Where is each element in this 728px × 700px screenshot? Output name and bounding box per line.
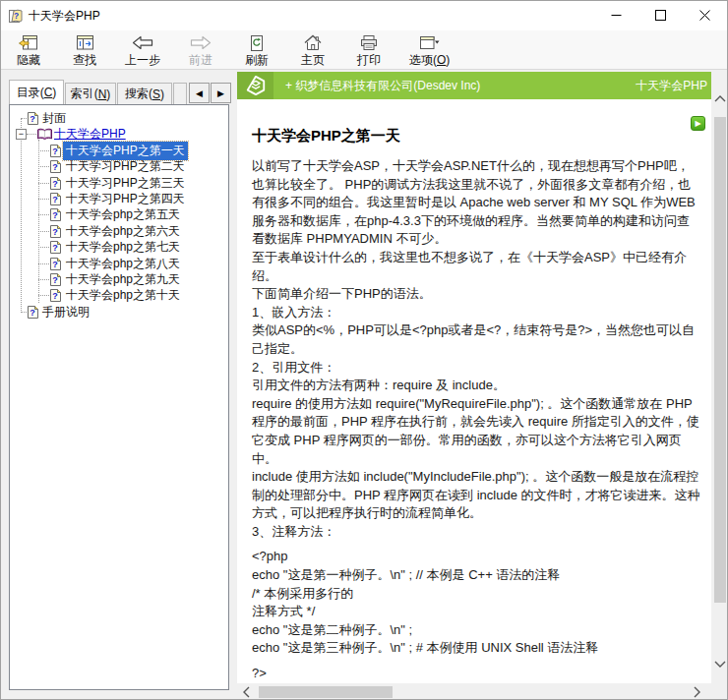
help-topic-icon: ? — [27, 305, 39, 322]
svg-text:?: ? — [52, 179, 58, 189]
maximize-button[interactable] — [638, 1, 683, 29]
tree-item-label[interactable]: 手册说明 — [39, 303, 92, 321]
tree-connector-stub — [27, 134, 36, 135]
toolbar: 隐藏查找上一步前进刷新主页打印选项(O) — [1, 30, 727, 70]
tree-connector-stub — [38, 199, 49, 200]
forward-button: 前进 — [179, 33, 222, 69]
document-text-line: /* 本例采用多行的 — [252, 585, 701, 604]
document-text-line: 2、引用文件： — [252, 359, 701, 378]
tree-connector-stub — [38, 279, 49, 280]
tab-索引(N)[interactable]: 索引(N) — [65, 83, 116, 104]
tab-partial[interactable] — [173, 83, 187, 104]
forward-arrow-icon — [190, 33, 212, 52]
toolbar-button-label: 刷新 — [245, 52, 269, 69]
print-button[interactable]: 打印 — [347, 33, 391, 69]
refresh-page-icon — [249, 33, 265, 52]
tree-connector-stub — [38, 247, 49, 248]
toolbar-button-label: 打印 — [357, 52, 381, 69]
play-button[interactable]: ▶ — [691, 116, 705, 131]
document-text-line: ?> — [252, 665, 701, 683]
document-body: 十天学会PHP之第一天 以前写了十天学会ASP，十天学会ASP.NET什么的，现… — [237, 99, 711, 683]
toolbar-button-label: 选项(O) — [409, 52, 450, 69]
document-text-line: include 使用方法如 include("MyIncludeFile.php… — [252, 468, 701, 523]
contents-tree-panel: ?封面−十天学会PHP?十天学会PHP之第一天?十天学习PHP之第二天?十天学习… — [9, 104, 229, 690]
tree-connector-stub — [38, 295, 49, 296]
vertical-scrollbar[interactable] — [711, 72, 728, 683]
horizontal-scroll-thumb[interactable] — [259, 686, 393, 698]
banner-book-title: 十天学会PHP — [636, 78, 707, 94]
toolbar-button-label: 隐藏 — [17, 52, 40, 69]
caption-buttons — [594, 1, 727, 29]
banner-company-text: + 织梦信息科技有限公司(Desdev Inc) — [285, 78, 480, 94]
tab-搜索(S)[interactable]: 搜索(S) — [117, 83, 172, 104]
home-button[interactable]: 主页 — [291, 33, 334, 69]
toolbar-button-label: 前进 — [189, 52, 212, 69]
options-window-icon — [419, 33, 440, 52]
scroll-right-icon[interactable] — [692, 686, 701, 700]
home-icon — [303, 33, 323, 52]
document-text-line: 下面简单介绍一下PHP的语法。 — [252, 285, 701, 304]
scroll-down-icon[interactable] — [714, 658, 726, 671]
document-text-line: require 的使用方法如 require("MyRequireFile.ph… — [252, 395, 701, 468]
toolbar-button-label: 主页 — [301, 52, 325, 69]
svg-text:?: ? — [52, 162, 58, 172]
back-button[interactable]: 上一步 — [119, 33, 166, 69]
tree-item[interactable]: ?手册说明 — [10, 304, 228, 321]
tree-connector-stub — [38, 183, 49, 184]
tab-scroll-right-button[interactable]: ▶ — [211, 83, 231, 103]
document-text-line: echo "这是第三种例子。\n" ; # 本例使用 UNIX Shell 语法… — [252, 639, 701, 658]
minimize-button[interactable] — [594, 1, 638, 29]
document-text-line: 1、嵌入方法： — [252, 304, 701, 322]
locate-icon — [75, 33, 95, 52]
document-text-line: 类似ASP的<%，PHP可以是<?php或者是<?，结束符号是?>，当然您也可以… — [252, 321, 701, 358]
locate-button[interactable]: 查找 — [63, 33, 106, 69]
back-arrow-icon — [132, 33, 153, 52]
tree-connector-stub — [38, 150, 49, 151]
document-text-line: 至于表单设计什么的，我这里也不想多说了，在《十天学会ASP》中已经有介绍。 — [252, 249, 701, 285]
svg-text:?: ? — [52, 260, 58, 269]
svg-text:?: ? — [52, 195, 58, 204]
tab-目录(C)[interactable]: 目录(C) — [9, 80, 64, 104]
svg-text:?: ? — [52, 227, 58, 237]
toolbar-button-label: 查找 — [73, 52, 96, 69]
svg-text:?: ? — [52, 292, 58, 302]
scroll-up-icon[interactable] — [714, 93, 726, 107]
svg-text:?: ? — [14, 11, 19, 21]
refresh-button[interactable]: 刷新 — [235, 33, 278, 69]
svg-text:?: ? — [30, 308, 35, 318]
tree-connector-stub — [38, 166, 49, 167]
svg-text:?: ? — [52, 243, 58, 253]
hide-panel-icon — [19, 33, 39, 52]
titlebar: ? 十天学会PHP — [1, 1, 727, 30]
help-book-icon: ? — [8, 8, 24, 24]
help-viewer-window: ? 十天学会PHP 隐藏查找上一步前进刷新主页打印选项(O) ◀ ▶ 目录(C)… — [0, 0, 728, 700]
collapse-expander-icon[interactable]: − — [16, 129, 27, 140]
document-text-line: <?php — [252, 548, 701, 566]
topic-content-area: + 织梦信息科技有限公司(Desdev Inc) 十天学会PHP ▶ 十天学会P… — [237, 72, 728, 700]
svg-text:?: ? — [30, 114, 35, 124]
vertical-scroll-thumb[interactable] — [714, 117, 726, 603]
svg-text:?: ? — [52, 211, 58, 221]
document-text-line: 引用文件的方法有两种：require 及 include。 — [252, 377, 701, 395]
svg-text:?: ? — [52, 146, 58, 156]
tree-connector-stub — [38, 263, 49, 264]
document-text-line: 注释方式 */ — [252, 603, 701, 621]
window-title: 十天学会PHP — [29, 8, 100, 25]
tab-scroll-left-button[interactable]: ◀ — [189, 83, 210, 103]
document-text-line: echo "这是第二种例子。\n" ; — [252, 621, 701, 640]
toolbar-button-label: 上一步 — [125, 52, 160, 69]
tree-connector-stub — [38, 214, 49, 215]
topic-banner: + 织梦信息科技有限公司(Desdev Inc) 十天学会PHP — [237, 72, 711, 99]
printer-icon — [359, 33, 379, 52]
hide-button[interactable]: 隐藏 — [7, 33, 50, 69]
sidebar-tabs: ◀ ▶ 目录(C)索引(N)搜索(S) — [9, 80, 231, 104]
desdev-hexagon-logo — [237, 72, 273, 99]
document-text-line: echo "这是第一种例子。\n" ; // 本例是 C++ 语法的注释 — [252, 566, 701, 585]
document-text-line: 以前写了十天学会ASP，十天学会ASP.NET什么的，现在想想再写个PHP吧，也… — [252, 157, 701, 249]
topic-heading: 十天学会PHP之第一天 — [252, 127, 701, 146]
tree-connector-stub — [38, 231, 49, 232]
options-button[interactable]: 选项(O) — [403, 33, 455, 69]
scroll-left-icon[interactable] — [242, 686, 252, 700]
horizontal-scrollbar[interactable] — [237, 683, 728, 700]
close-button[interactable] — [683, 1, 727, 29]
